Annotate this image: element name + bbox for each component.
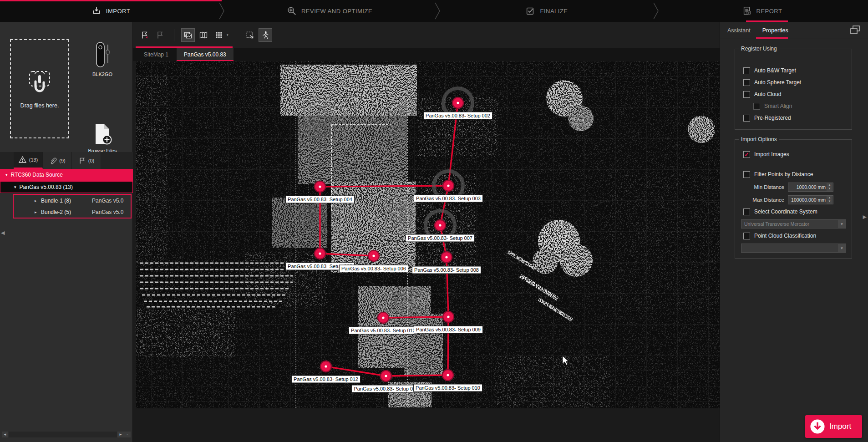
tab-assistant[interactable]: Assistant (727, 27, 751, 34)
checkbox[interactable] (743, 67, 750, 74)
traverse-line-009-010 (448, 317, 448, 375)
import-bundle-dim-icon[interactable] (154, 29, 167, 41)
tab-pangas[interactable]: PanGas v5.00.83 (177, 48, 233, 61)
setup-marker-002[interactable] (452, 97, 463, 108)
undock-panel-icon[interactable] (849, 24, 862, 36)
setup-marker-007[interactable] (435, 220, 446, 231)
grid-dropdown-caret[interactable]: ▾ (227, 33, 228, 37)
drag-files-dropzone[interactable]: Drag files here. (10, 39, 69, 138)
checkbox[interactable] (743, 115, 750, 122)
svg-text:PanGas v5.00.83- Setup 013: PanGas v5.00.83- Setup 013 (351, 328, 416, 333)
checkbox-row-coordinate-system[interactable]: Select Coordinate System (735, 206, 852, 218)
import-button[interactable]: Import (805, 415, 862, 438)
tab-warnings[interactable]: (13) (14, 152, 43, 169)
bundle-label: Bundle-2 (5) (41, 209, 92, 215)
setup-marker-006[interactable] (368, 250, 379, 261)
workflow-step-finalize[interactable]: FINALIZE (437, 0, 656, 22)
setup-marker-003[interactable] (443, 180, 454, 191)
setup-label-003[interactable]: PanGas v5.00.83- Setup 003 (414, 195, 482, 202)
scroll-left-arrow[interactable]: ◄ (2, 432, 8, 437)
expand-arrow-icon[interactable]: ▾ (14, 185, 16, 189)
tab-properties[interactable]: Properties (762, 27, 788, 34)
browse-files-button[interactable]: Browse Files (81, 123, 124, 153)
setup-marker-013[interactable] (378, 312, 389, 323)
dropdown-caret-icon[interactable]: ▼ (838, 244, 846, 252)
browse-files-icon (92, 123, 113, 146)
setup-marker-012[interactable] (320, 361, 331, 372)
setup-label-007[interactable]: PanGas v5.00.83- Setup 007 (406, 234, 474, 242)
traverse-icon[interactable] (259, 29, 272, 41)
tab-sitemap-1[interactable]: SiteMap 1 (137, 48, 176, 61)
pointcloud-canvas[interactable]: PanGas v5.00.83- Setup 002PanGas v5.00.8… (136, 61, 720, 408)
checkbox-row-auto-sphere-target[interactable]: Auto Sphere Target (735, 76, 852, 88)
min-distance-input[interactable]: 1000.000 mm ▲▼ (788, 183, 833, 192)
workflow-step-review[interactable]: REVIEW AND OPTIMIZE (222, 0, 437, 22)
checkbox-row-import-images[interactable]: ✓ Import Images (735, 148, 852, 160)
collapse-arrow-icon[interactable]: ▸ (35, 198, 41, 203)
checkbox[interactable] (743, 79, 750, 86)
classification-dropdown[interactable]: ▼ (741, 244, 846, 253)
setup-label-009[interactable]: PanGas v5.00.83- Setup 009 (414, 326, 482, 333)
sitemap-icon[interactable] (197, 29, 210, 41)
collapse-right-panel-arrow[interactable]: ▶ (863, 214, 867, 220)
collapse-arrow-icon[interactable]: ▸ (35, 210, 41, 214)
crop-icon[interactable] (244, 29, 256, 41)
setup-marker-010[interactable] (442, 370, 453, 381)
checkbox-row-filter-points[interactable]: Filter Points by Distance (735, 168, 852, 180)
setup-marker-004[interactable] (315, 181, 325, 192)
setup-label-006[interactable]: PanGas v5.00.83- Setup 006 (339, 265, 408, 272)
dropdown-caret-icon[interactable]: ▼ (838, 220, 846, 228)
issue-tabs: (13) (9) (0) (0, 152, 133, 169)
tree-node-project[interactable]: ▾ PanGas v5.00.83 (13) (0, 181, 133, 193)
collapse-left-panel-arrow[interactable]: ◀ (1, 230, 5, 236)
setup-marker-005[interactable] (315, 248, 325, 259)
setup-label-004[interactable]: PanGas v5.00.83- Setup 004 (285, 196, 354, 203)
setup-marker-011[interactable] (381, 371, 391, 381)
workflow-step-import[interactable]: IMPORT (0, 0, 222, 22)
setup-label-012[interactable]: PanGas v5.00.83- Setup 012 (291, 376, 360, 383)
tree-node-rtc360[interactable]: ▾ RTC360 Data Source (0, 169, 133, 181)
scrollbar-corner[interactable]: ▫ (124, 432, 131, 437)
setup-label-002[interactable]: PanGas v5.00.83- Setup 002 (423, 112, 492, 119)
checkbox-row-auto-bw-target[interactable]: Auto B&W Target (735, 65, 852, 76)
scroll-right-arrow[interactable]: ► (117, 432, 124, 437)
tab-attachments[interactable]: (9) (43, 152, 72, 169)
expand-arrow-icon[interactable]: ▾ (5, 173, 8, 177)
step-separator-chevron (434, 2, 441, 20)
spinner-arrows-icon[interactable]: ▲▼ (827, 196, 832, 204)
tab-label: SiteMap 1 (144, 51, 168, 58)
checkbox[interactable]: ✓ (743, 151, 750, 158)
flag-icon (78, 157, 86, 165)
horizontal-scrollbar[interactable]: ◄ ► ▫ (2, 432, 131, 437)
checkbox-label: Auto B&W Target (754, 67, 796, 74)
setup-marker-009[interactable] (443, 311, 454, 322)
setup-marker-008[interactable] (441, 252, 452, 263)
tab-label: PanGas v5.00.83 (184, 51, 226, 58)
checkbox-row-pre-registered[interactable]: Pre-Registered (735, 112, 852, 124)
workflow-step-report[interactable]: REPORT (656, 0, 868, 22)
grid-icon[interactable] (213, 29, 225, 41)
checkbox[interactable] (743, 233, 750, 239)
checkbox[interactable] (743, 171, 750, 178)
svg-text:PanGas v5.00.83- Setup 004: PanGas v5.00.83- Setup 004 (288, 197, 352, 202)
scrollbar-track[interactable] (9, 432, 117, 437)
spinner-arrows-icon[interactable]: ▲▼ (827, 183, 832, 191)
setup-label-010[interactable]: PanGas v5.00.83- Setup 010 (413, 384, 482, 391)
classification-dropdown-row: ▼ (735, 242, 852, 254)
tree-node-bundle-2[interactable]: ▸ Bundle-2 (5) PanGas v5.0 (14, 206, 131, 218)
tree-node-bundle-1[interactable]: ▸ Bundle-1 (8) PanGas v5.0 (14, 195, 131, 206)
setup-label-013[interactable]: PanGas v5.00.83- Setup 013 (349, 327, 417, 334)
checkbox[interactable] (743, 91, 750, 98)
checkbox-row-point-cloud-classification[interactable]: Point Cloud Classification (735, 230, 852, 242)
setup-label-008[interactable]: PanGas v5.00.83- Setup 008 (412, 266, 481, 274)
checkbox-label: Point Cloud Classification (754, 233, 816, 239)
max-distance-input[interactable]: 100000.000 mm ▲▼ (788, 195, 833, 204)
tab-flags[interactable]: (0) (72, 152, 101, 169)
import-bundle-icon[interactable] (138, 29, 151, 41)
thumbnails-icon[interactable] (182, 29, 194, 41)
coordinate-system-dropdown[interactable]: Universal Transverse Mercator ▼ (741, 219, 846, 229)
checkbox-row-auto-cloud[interactable]: Auto Cloud (735, 88, 852, 100)
checkbox[interactable] (743, 208, 750, 215)
attachments-count: (9) (59, 158, 65, 163)
setup-label-011[interactable]: PanGas v5.00.83- Setup 011 (351, 385, 420, 392)
